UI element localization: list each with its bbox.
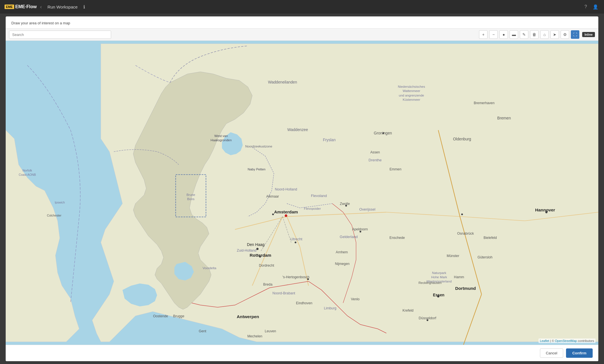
delete-button[interactable]: 🗑 [530,30,539,39]
svg-text:Zwolle: Zwolle [340,202,350,206]
fullscreen-button[interactable]: ⛶ [571,30,579,39]
search-input-wrap [9,31,111,39]
top-bar: EME EME·Flow ‹ Run Workspace ℹ ? 👤 [0,0,604,14]
svg-text:Bremen: Bremen [497,116,511,120]
svg-text:Düsseldorf: Düsseldorf [419,316,436,320]
attribution-contributors: contributors [578,339,594,342]
svg-text:Münster: Münster [447,254,459,258]
search-input[interactable] [9,31,111,39]
svg-text:Oostende: Oostende [153,314,168,318]
svg-text:Haaksgronden: Haaksgronden [211,138,232,142]
edit-button[interactable]: ✎ [520,30,528,39]
svg-text:Amsterdam: Amsterdam [274,209,298,214]
help-icon[interactable]: ? [583,3,588,10]
svg-text:Emmen: Emmen [389,167,401,171]
svg-text:Hohe Mark: Hohe Mark [431,275,447,279]
confirm-button[interactable]: Confirm [566,348,593,358]
svg-text:Limburg: Limburg [324,306,336,310]
svg-text:Bremerhaven: Bremerhaven [474,101,494,105]
logo: EME EME·Flow [5,4,37,9]
svg-text:Osnabrück: Osnabrück [457,232,474,235]
svg-text:Groningen: Groningen [374,131,392,135]
svg-text:Rotterdam: Rotterdam [250,253,271,258]
svg-text:Enschede: Enschede [389,236,405,240]
map-attribution: Leaflet | © OpenStreetMap contributors [539,339,595,343]
svg-text:Venlo: Venlo [351,297,360,301]
svg-point-19 [295,241,296,243]
svg-point-16 [285,214,287,217]
svg-text:Flevopoider: Flevopoider [304,207,321,210]
svg-text:Mechelen: Mechelen [247,334,262,338]
svg-text:Dortmund: Dortmund [455,286,476,291]
svg-text:Brugge: Brugge [173,314,185,318]
svg-text:Utrecht: Utrecht [291,237,302,241]
svg-text:Niedersächsisches: Niedersächsisches [398,85,425,88]
leaflet-link[interactable]: Leaflet [540,339,549,342]
svg-text:Waddenzee: Waddenzee [287,128,308,132]
zoom-in-button[interactable]: + [479,30,488,39]
svg-text:Voordelta: Voordelta [203,266,217,270]
svg-text:Breda: Breda [263,282,273,286]
logo-text: EME·Flow [15,4,37,9]
svg-text:Hannover: Hannover [535,207,555,212]
svg-text:Naby Petten: Naby Petten [248,168,266,171]
svg-point-17 [256,248,258,250]
map-toolbar: + − ● ▬ ✎ 🗑 ⌂ ➤ ⚙ ⛶ Inline [6,29,598,41]
svg-text:Gent: Gent [199,329,206,333]
map-svg: Waddeneilanden Niedersächsisches Wattenm… [6,41,598,345]
svg-text:Naturpark: Naturpark [432,271,446,275]
location-button[interactable]: ➤ [550,30,559,39]
svg-text:Arnhem: Arnhem [336,250,348,254]
svg-text:Overijssel: Overijssel [359,207,375,211]
svg-text:Eindhoven: Eindhoven [296,301,312,305]
svg-point-29 [272,213,274,215]
svg-text:Drenthe: Drenthe [368,158,382,162]
svg-text:Wattenmeer: Wattenmeer [403,89,420,93]
svg-text:Alkmaar: Alkmaar [266,194,279,198]
modal-container: Draw your area of interest on a map + − … [6,16,598,361]
svg-text:Noord-Brabant: Noord-Brabant [272,291,295,295]
draw-rectangle-button[interactable]: ▬ [510,30,518,39]
svg-text:Assen: Assen [370,150,380,154]
draw-circle-button[interactable]: ● [499,30,508,39]
svg-text:Fryslan: Fryslan [323,138,336,142]
svg-text:und angrenzende: und angrenzende [399,94,424,97]
svg-text:Leuven: Leuven [265,329,276,333]
osm-link[interactable]: OpenStreetMap [555,339,577,342]
svg-text:Bons: Bons [187,197,194,201]
modal-footer: Cancel Confirm [6,345,598,361]
svg-text:Noord-Holland: Noord-Holland [275,187,297,191]
svg-text:Coast AONB: Coast AONB [19,173,36,176]
cancel-button[interactable]: Cancel [540,348,563,358]
page-title: Run Workspace [47,5,77,9]
svg-text:Den Haag: Den Haag [247,243,264,247]
svg-text:Zuid-Holland: Zuid-Holland [237,249,257,252]
home-button[interactable]: ⌂ [540,30,549,39]
svg-text:Hamm: Hamm [454,275,464,279]
svg-text:Ipswich: Ipswich [55,201,65,204]
modal-instruction: Draw your area of interest on a map [11,21,70,25]
svg-text:West van: West van [214,134,228,138]
user-icon[interactable]: 👤 [592,3,599,11]
sidebar-toggle-icon[interactable]: ‹ [40,4,42,10]
map-area[interactable]: Waddeneilanden Niedersächsisches Wattenm… [6,41,598,345]
settings-button[interactable]: ⚙ [561,30,569,39]
info-icon[interactable]: ℹ [82,3,86,11]
attribution-separator: | © [550,339,555,342]
svg-text:Antwerpen: Antwerpen [237,314,259,319]
svg-text:Brune: Brune [187,193,195,196]
svg-text:'s-Hertogenbosch: 's-Hertogenbosch [282,275,309,279]
svg-text:Gütersloh: Gütersloh [478,255,493,259]
svg-text:Recklinghausen: Recklinghausen [419,281,442,284]
svg-text:Gelderland: Gelderland [340,235,358,239]
svg-text:Noordzeekustzone: Noordzeekustzone [245,145,272,148]
svg-text:Bielefeld: Bielefeld [484,236,497,240]
svg-text:Waddeneilanden: Waddeneilanden [268,80,297,84]
svg-text:Norfolk: Norfolk [22,169,32,172]
svg-text:Colchester: Colchester [47,214,61,217]
zoom-out-button[interactable]: − [489,30,498,39]
logo-icon: EME [5,5,14,9]
svg-text:Küstenmeer: Küstenmeer [403,98,420,101]
svg-text:Nijmegen: Nijmegen [335,262,350,266]
svg-text:Apeldoorn: Apeldoorn [352,227,368,231]
